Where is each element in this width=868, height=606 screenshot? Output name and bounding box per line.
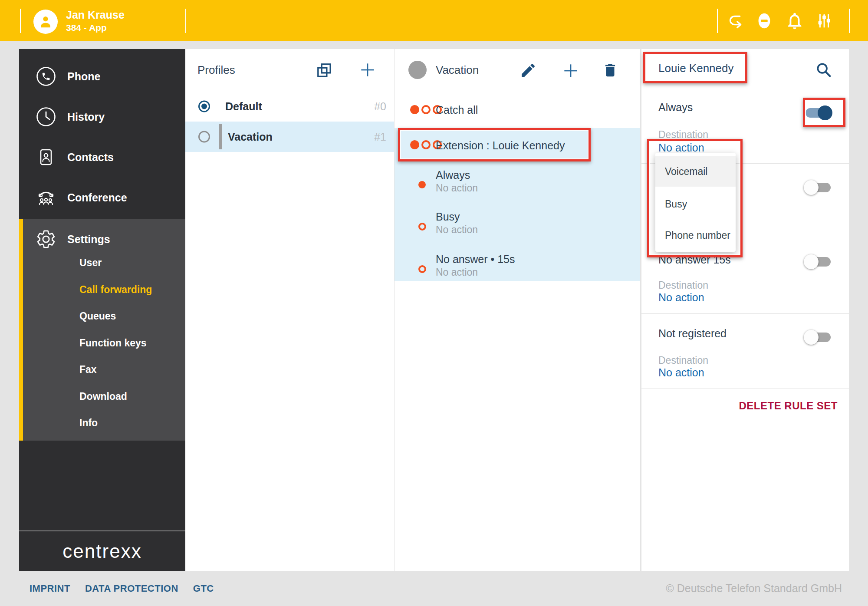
contacts-icon [36, 147, 56, 168]
busy-toggle[interactable] [806, 183, 831, 192]
section-divider [641, 313, 849, 314]
sidebar-item-function-keys[interactable]: Function keys [79, 333, 147, 352]
topbar-divider [717, 9, 718, 33]
sidebar-item-label: History [67, 111, 105, 123]
sidebar-item-contacts[interactable]: Contacts [19, 144, 185, 171]
sidebar-item-queues[interactable]: Queues [79, 306, 116, 326]
edit-cursor-bar [219, 124, 222, 149]
logo-block: centrexx [19, 530, 185, 571]
copy-profile-icon[interactable] [316, 62, 333, 79]
footer-links: IMPRINT DATA PROTECTION GTC [30, 583, 214, 594]
sidebar-item-conference[interactable]: Conference [19, 184, 185, 211]
rule-details-panel: Louie Kennedy Always Destination No acti… [641, 49, 849, 571]
ruleset-panel: Vacation Catch all Extensio [395, 49, 640, 571]
always-toggle[interactable] [806, 108, 831, 118]
condition-row-no-answer[interactable]: No answer • 15s No action [395, 253, 640, 283]
condition-row-always[interactable]: Always No action [395, 169, 640, 199]
search-icon[interactable] [815, 61, 832, 79]
sidebar-item-history[interactable]: History [19, 103, 185, 130]
topbar: Jan Krause 384 - App [0, 0, 868, 41]
do-not-disturb-icon[interactable] [754, 11, 774, 31]
condition-sub: No action [436, 224, 478, 236]
section-label-no-answer: No answer 15s [658, 254, 731, 266]
user-icon [37, 13, 54, 30]
destination-value-link[interactable]: No action [658, 366, 704, 379]
sidebar-item-info[interactable]: Info [79, 413, 98, 432]
sub-item-label: Download [79, 391, 127, 402]
gtc-link[interactable]: GTC [193, 583, 214, 594]
profile-status-icon [408, 61, 427, 79]
delete-rule-set-button[interactable]: DELETE RULE SET [739, 400, 838, 412]
not-registered-toggle[interactable] [806, 333, 831, 342]
sub-item-label: User [79, 257, 102, 269]
sidebar-item-label: Phone [67, 70, 100, 83]
section-divider [641, 389, 849, 389]
sidebar-item-phone[interactable]: Phone [19, 63, 185, 90]
section-label-not-registered: Not registered [658, 327, 727, 340]
profiles-title: Profiles [197, 63, 235, 77]
sidebar-item-label: Settings [67, 233, 110, 246]
rule-label: Extension : Louie Kennedy [436, 139, 565, 152]
call-forward-icon[interactable] [726, 11, 746, 31]
sidebar-item-user[interactable]: User [79, 253, 102, 272]
notifications-icon[interactable] [785, 11, 805, 31]
rule-row-catch-all[interactable]: Catch all [395, 91, 640, 128]
condition-inactive-dot-icon [418, 265, 426, 273]
condition-label: Always [436, 169, 470, 181]
data-protection-link[interactable]: DATA PROTECTION [85, 583, 178, 594]
ruleset-header: Vacation [395, 49, 640, 91]
destination-dropdown: Voicemail Busy Phone number [655, 153, 736, 252]
sidebar-item-download[interactable]: Download [79, 387, 127, 406]
radio-unselected-icon[interactable] [198, 131, 210, 143]
condition-row-busy[interactable]: Busy No action [395, 211, 640, 241]
selected-rule-panel: Extension : Louie Kennedy Always No acti… [395, 128, 640, 281]
sub-item-label: Fax [79, 364, 97, 375]
condition-sub: No action [436, 267, 478, 278]
dropdown-option-busy[interactable]: Busy [655, 189, 736, 219]
delete-profile-icon[interactable] [602, 62, 618, 79]
destination-label: Destination [658, 129, 708, 141]
profile-row-vacation[interactable]: Vacation #1 [185, 122, 394, 152]
radio-selected-icon[interactable] [198, 101, 210, 112]
sidebar-item-fax[interactable]: Fax [79, 360, 97, 379]
add-rule-icon[interactable] [561, 61, 580, 80]
no-answer-toggle[interactable] [806, 257, 831, 267]
conference-icon [36, 187, 56, 208]
profile-number: #0 [374, 100, 386, 113]
edit-icon[interactable] [519, 62, 537, 79]
add-profile-icon[interactable] [358, 60, 377, 79]
sidebar-item-call-forwarding[interactable]: Call forwarding [79, 280, 152, 299]
profile-label: Vacation [228, 131, 273, 143]
user-name: Jan Krause [66, 9, 125, 21]
app-window: Jan Krause 384 - App [0, 0, 868, 606]
details-header: Louie Kennedy [641, 49, 849, 91]
ruleset-profile-name: Vacation [436, 63, 479, 77]
gear-icon [36, 229, 56, 250]
copyright-text: © Deutsche Telefon Standard GmbH [666, 582, 842, 595]
condition-sub: No action [436, 182, 478, 194]
imprint-link[interactable]: IMPRINT [30, 583, 70, 594]
dropdown-option-phone-number[interactable]: Phone number [655, 220, 736, 250]
destination-value-link[interactable]: No action [658, 291, 704, 304]
destination-label: Destination [658, 280, 708, 291]
rule-set-title: Louie Kennedy [658, 62, 733, 75]
condition-label: No answer • 15s [436, 253, 515, 266]
rule-row-extension[interactable]: Extension : Louie Kennedy [395, 128, 640, 161]
sidebar-settings-section: Settings User Call forwarding Queues Fun… [19, 219, 185, 441]
tune-icon[interactable] [814, 11, 834, 31]
sidebar-item-settings[interactable]: Settings [19, 226, 185, 253]
centrexx-logo: centrexx [62, 540, 141, 562]
avatar[interactable] [33, 10, 58, 34]
dropdown-option-voicemail[interactable]: Voicemail [655, 156, 736, 187]
profiles-header: Profiles [185, 49, 394, 91]
condition-active-dot-icon [418, 181, 426, 188]
sidebar-item-label: Conference [67, 191, 127, 204]
profile-row-default[interactable]: Default #0 [185, 91, 394, 122]
profiles-panel: Profiles Default #0 Vacation #1 [185, 49, 394, 571]
phone-icon [36, 66, 56, 87]
user-extension: 384 - App [66, 23, 107, 33]
topbar-divider [20, 9, 21, 33]
sidebar-item-label: Contacts [67, 151, 114, 164]
destination-value-link[interactable]: No action [658, 142, 704, 154]
section-label-always: Always [658, 101, 693, 114]
